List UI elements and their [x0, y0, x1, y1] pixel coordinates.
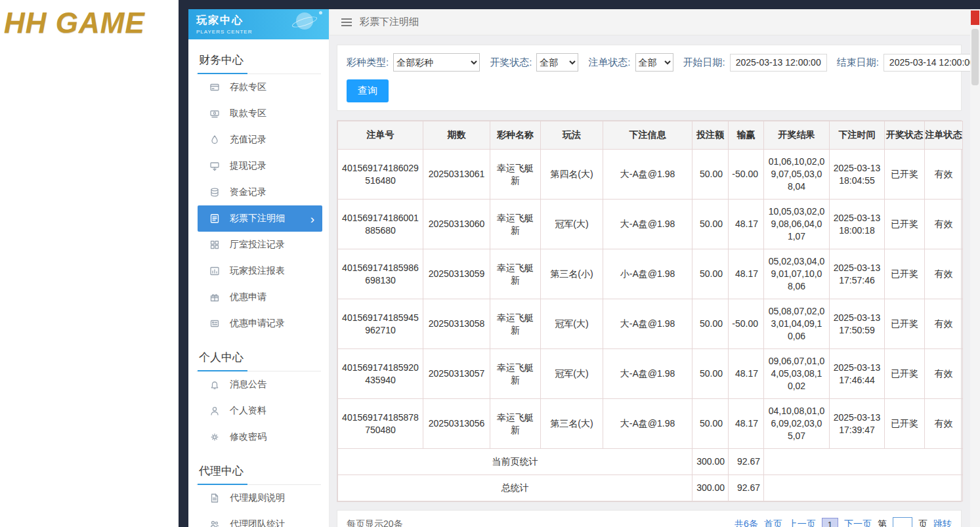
sidebar-item-label: 优惠申请记录 [230, 318, 285, 329]
filter-panel: 彩种类型: 全部彩种 开奖状态: 全部 注单状态: 全部 [337, 45, 962, 111]
bet-status-select[interactable]: 全部 [635, 53, 673, 72]
table-cell: 2025-03-13 18:00:18 [830, 200, 885, 249]
scrollbar-thumb[interactable] [971, 29, 979, 85]
table-cell: 2025-03-13 17:57:46 [830, 249, 885, 299]
table-cell: 401569174185878750480 [338, 399, 423, 449]
query-button[interactable]: 查询 [347, 79, 389, 102]
breadcrumb-bar: 彩票下注明细 [330, 9, 970, 35]
table-cell: 2025-03-13 17:46:44 [830, 349, 885, 399]
planet-icon [296, 12, 313, 30]
bets-table-panel: 注单号期数彩种名称玩法下注信息投注额输赢开奖结果下注时间开奖状态注单状态 401… [337, 120, 962, 502]
menu-toggle-icon[interactable] [341, 18, 352, 26]
table-cell: 幸运飞艇新 [490, 349, 541, 399]
sidebar-item-recharge[interactable]: 充值记录 [198, 127, 322, 153]
current-page[interactable]: 1 [822, 518, 838, 527]
sidebar-item-label: 个人资料 [230, 405, 266, 417]
table-cell: 已开奖 [885, 399, 925, 449]
table-cell: 401569174185945962710 [338, 299, 423, 349]
total-count: 共6条 [735, 518, 758, 527]
table-cell: 2025-03-13 17:50:59 [830, 299, 885, 349]
table-cell: 20250313060 [423, 200, 490, 249]
summary-win-total: 92.67 [729, 475, 764, 501]
floating-red-widget[interactable] [971, 11, 979, 25]
sidebar-item-cashout[interactable]: 提现记录 [198, 153, 322, 179]
table-cell: 有效 [925, 200, 963, 249]
sidebar-sections: 财务中心存款专区取款专区充值记录提现记录资金记录彩票下注明细›厅室投注记录玩家投… [188, 49, 329, 527]
table-cell: 第三名(大) [541, 399, 603, 449]
table-cell: 幸运飞艇新 [490, 399, 541, 449]
start-date-input[interactable] [730, 54, 827, 72]
sidebar-item-label: 资金记录 [230, 186, 266, 198]
table-row: 40156917418592043594020250313057幸运飞艇新冠军(… [338, 349, 963, 399]
sidebar-subtitle: PLAYERS CENTER [196, 29, 321, 35]
jump-suffix: 页 [918, 518, 927, 527]
column-header: 期数 [423, 121, 490, 150]
table-cell: 10,05,03,02,09,08,06,04,01,07 [764, 200, 830, 249]
table-cell: 50.00 [692, 399, 729, 449]
sidebar-item-label: 优惠申请 [230, 291, 266, 303]
column-header: 输赢 [729, 121, 764, 150]
sidebar-item-hall[interactable]: 厅室投注记录 [198, 232, 322, 258]
table-cell: 大-A盘@1.98 [603, 299, 692, 349]
page-scrollbar[interactable] [970, 9, 980, 527]
prev-page-link[interactable]: 上一页 [788, 518, 816, 527]
sidebar-item-lottery[interactable]: 彩票下注明细› [198, 205, 322, 232]
sidebar-item-deposit[interactable]: 存款专区 [198, 74, 322, 100]
rules-icon [209, 493, 220, 503]
sidebar-item-report[interactable]: 玩家投注报表 [198, 258, 322, 284]
end-date-input[interactable] [884, 54, 980, 72]
sidebar-item-label: 代理规则说明 [230, 492, 285, 504]
table-cell: 2025-03-13 18:04:55 [830, 150, 885, 200]
filter-actions: 查询 [347, 79, 952, 102]
bets-table: 注单号期数彩种名称玩法下注信息投注额输赢开奖结果下注时间开奖状态注单状态 401… [337, 121, 963, 501]
promo-record-icon [209, 318, 220, 329]
bet-status-label: 注单状态: [588, 56, 630, 69]
table-cell: 幸运飞艇新 [490, 150, 541, 200]
sidebar-item-withdraw[interactable]: 取款专区 [198, 100, 322, 127]
next-page-link[interactable]: 下一页 [844, 518, 872, 527]
sidebar-item-rules[interactable]: 代理规则说明 [198, 485, 322, 511]
sidebar-item-team[interactable]: 代理团队统计 [198, 511, 322, 527]
pagination-controls: 共6条 首页 上一页 1 下一页 第 页 跳转 [735, 517, 952, 527]
withdraw-icon [209, 108, 220, 119]
table-cell: 48.17 [729, 349, 764, 399]
summary-win-total: 92.67 [729, 449, 764, 475]
sidebar-item-message[interactable]: 消息公告 [198, 371, 322, 398]
sidebar-item-profile[interactable]: 个人资料 [198, 398, 322, 424]
column-header: 注单状态 [925, 121, 963, 150]
sidebar-item-label: 彩票下注明细 [230, 213, 285, 224]
sidebar-item-label: 代理团队统计 [230, 518, 285, 527]
table-header-row: 注单号期数彩种名称玩法下注信息投注额输赢开奖结果下注时间开奖状态注单状态 [338, 121, 963, 150]
pagination-bar: 每页显示20条 共6条 首页 上一页 1 下一页 第 页 跳转 [337, 510, 962, 527]
sidebar-header: 玩家中心 PLAYERS CENTER [188, 9, 329, 39]
jump-button[interactable]: 跳转 [933, 518, 952, 527]
first-page-link[interactable]: 首页 [764, 518, 782, 527]
sidebar-item-funds[interactable]: 资金记录 [198, 179, 322, 205]
table-cell: 有效 [925, 349, 963, 399]
start-date-label: 开始日期: [683, 56, 725, 69]
summary-empty-cell [764, 449, 963, 475]
content-area: 彩种类型: 全部彩种 开奖状态: 全部 注单状态: 全部 [330, 35, 970, 527]
column-header: 开奖状态 [885, 121, 925, 150]
table-cell: 有效 [925, 299, 963, 349]
sidebar-section-title: 个人中心 [196, 346, 321, 371]
table-row: 40156917418602951648020250313061幸运飞艇新第四名… [338, 150, 963, 200]
table-cell: 20250313057 [423, 349, 490, 399]
table-cell: 2025-03-13 17:39:47 [830, 399, 885, 449]
table-cell: 已开奖 [885, 150, 925, 200]
column-header: 投注额 [692, 121, 729, 150]
sidebar-item-password[interactable]: 修改密码 [198, 424, 322, 450]
table-cell: 第四名(大) [541, 150, 603, 200]
funds-icon [209, 187, 220, 198]
table-cell: 05,08,07,02,03,01,04,09,10,06 [764, 299, 830, 349]
table-cell: 已开奖 [885, 349, 925, 399]
sidebar-item-promo[interactable]: 优惠申请 [198, 284, 322, 310]
sidebar-item-label: 消息公告 [230, 379, 266, 390]
message-icon [209, 379, 220, 390]
draw-status-label: 开奖状态: [490, 56, 532, 69]
sidebar-item-promo-record[interactable]: 优惠申请记录 [198, 310, 322, 337]
jump-page-input[interactable] [893, 517, 912, 527]
lottery-type-select[interactable]: 全部彩种 [393, 53, 480, 72]
draw-status-select[interactable]: 全部 [536, 53, 578, 72]
summary-bet-total: 300.00 [692, 449, 729, 475]
